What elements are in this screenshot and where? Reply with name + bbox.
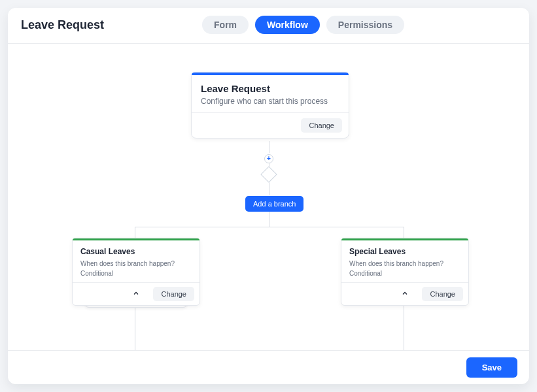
start-node-change-button[interactable]: Change (301, 118, 342, 133)
connector-line (404, 305, 404, 350)
connector-line (269, 211, 269, 227)
branch-change-button[interactable]: Change (422, 287, 463, 301)
app-shell: Leave Request Form Workflow Permissions … (8, 8, 529, 384)
connector-line (269, 181, 269, 195)
page-title: Leave Request (21, 18, 104, 32)
save-button[interactable]: Save (466, 357, 517, 378)
branch-question: When does this branch happen? (80, 259, 192, 269)
chevron-up-icon (132, 288, 140, 300)
workflow-canvas: Leave Request Configure who can start th… (8, 44, 529, 350)
chevron-up-icon (401, 288, 409, 300)
footer-bar: Save (8, 350, 529, 384)
collapse-toggle[interactable] (131, 289, 141, 299)
collapse-toggle[interactable] (400, 289, 409, 299)
connector-line (404, 227, 404, 238)
branch-title: Special Leaves (349, 247, 460, 256)
connector-line (269, 141, 269, 153)
connector-line (135, 227, 135, 238)
branch-type: Conditional (80, 269, 192, 279)
branch-type: Conditional (349, 269, 460, 279)
start-node[interactable]: Leave Request Configure who can start th… (191, 72, 349, 139)
connector-line (135, 227, 404, 227)
connector-line (135, 305, 135, 350)
tabs: Form Workflow Permissions (202, 16, 404, 34)
decision-node[interactable] (260, 166, 277, 182)
branch-card-special-leaves[interactable]: Special Leaves When does this branch hap… (341, 238, 469, 306)
branch-change-button[interactable]: Change (153, 287, 194, 301)
branch-question: When does this branch happen? (349, 259, 460, 269)
start-node-subtitle: Configure who can start this process (201, 97, 339, 106)
tab-workflow[interactable]: Workflow (255, 16, 320, 34)
tab-permissions[interactable]: Permissions (326, 16, 404, 34)
add-step-button[interactable]: + (264, 154, 273, 163)
plus-icon: + (267, 155, 271, 162)
header: Leave Request Form Workflow Permissions (8, 8, 529, 44)
branch-card-casual-leaves[interactable]: Casual Leaves When does this branch happ… (72, 238, 200, 306)
tab-form[interactable]: Form (202, 16, 249, 34)
start-node-title: Leave Request (201, 83, 339, 94)
branch-title: Casual Leaves (80, 247, 192, 256)
add-branch-button[interactable]: Add a branch (245, 196, 303, 212)
